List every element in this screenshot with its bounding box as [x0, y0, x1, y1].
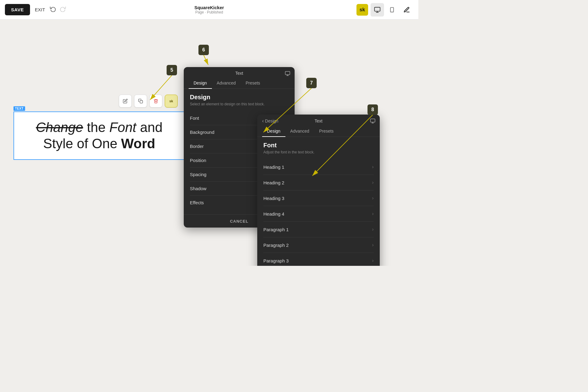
chevron-right-icon: › [372, 258, 374, 263]
text-line1: Change the Font and [23, 119, 176, 136]
font-item-paragraph1[interactable]: Paragraph 1 › [263, 222, 374, 237]
font-item-heading3[interactable]: Heading 3 › [263, 190, 374, 206]
canvas: sk TEXT Change the Font and Style of One… [0, 20, 418, 266]
svg-rect-6 [285, 71, 290, 75]
mobile-view-button[interactable] [385, 3, 399, 17]
font-item-paragraph2[interactable]: Paragraph 2 › [263, 237, 374, 253]
chevron-right-icon: › [372, 211, 374, 217]
chevron-right-icon: › [372, 180, 374, 185]
back-button[interactable]: ‹ Design [262, 118, 278, 124]
undo-redo-group [50, 6, 66, 13]
page-status: Page · Published [194, 10, 224, 14]
panel1-header: ▼ Text [184, 67, 295, 76]
font-item-heading1[interactable]: Heading 1 › [263, 159, 374, 175]
svg-rect-0 [375, 7, 380, 11]
panel2-body: Font Adjust the font in the text block. … [257, 137, 380, 266]
panel1-monitor-icon [285, 71, 290, 77]
panel2-tabs: Design Advanced Presets [257, 124, 380, 137]
topbar: SAVE EXIT SquareKicker Page · Published … [0, 0, 418, 20]
panel2-section-subtitle: Adjust the font in the text block. [263, 150, 374, 154]
panel2-tab-advanced[interactable]: Advanced [285, 126, 314, 137]
svg-rect-9 [371, 119, 375, 122]
bold-word: Word [121, 136, 155, 151]
tools-button[interactable] [400, 3, 413, 17]
chevron-right-icon: › [372, 227, 374, 232]
panel2-monitor-icon [370, 118, 375, 125]
text-element-label: TEXT [13, 106, 25, 111]
chevron-right-icon: › [372, 164, 374, 170]
step-badge-7: 7 [306, 78, 317, 88]
text-block[interactable]: Change the Font and Style of One Word [13, 111, 185, 160]
chevron-right-icon: › [372, 242, 374, 248]
desktop-view-button[interactable] [371, 3, 384, 17]
panel2-tab-design[interactable]: Design [262, 126, 285, 137]
panel1-section-title: Design [190, 94, 288, 101]
italic-word: Font [109, 120, 136, 135]
step-badge-5: 5 [167, 65, 177, 75]
save-button[interactable]: SAVE [5, 4, 30, 15]
step-badge-8: 8 [368, 104, 378, 115]
step-badge-6: 6 [198, 45, 209, 55]
panel1-arrow-indicator: ▼ [236, 67, 242, 69]
panel1-tabs: Design Advanced Presets [184, 76, 295, 89]
exit-button[interactable]: EXIT [35, 7, 45, 12]
panel2-title: Text [315, 119, 322, 123]
panel1-tab-design[interactable]: Design [189, 78, 212, 89]
panel2-section-title: Font [263, 142, 374, 149]
topbar-right: sk [356, 3, 413, 17]
sk-logo: sk [356, 4, 368, 16]
cancel-button[interactable]: CANCEL [230, 219, 248, 224]
chevron-right-icon: › [372, 195, 374, 201]
font-item-paragraph3[interactable]: Paragraph 3 › [263, 253, 374, 266]
topbar-center: SquareKicker Page · Published [194, 5, 224, 14]
strikethrough-word: Change [36, 120, 83, 135]
svg-line-14 [204, 55, 208, 65]
font-panel: ‹ Design Text Design Advanced Presets Fo… [257, 115, 380, 266]
font-item-heading2[interactable]: Heading 2 › [263, 175, 374, 190]
undo-button[interactable] [50, 6, 56, 13]
app-name: SquareKicker [194, 5, 224, 10]
panel2-header-nav: ‹ Design Text [257, 115, 380, 124]
panel1-title: Text [235, 71, 243, 76]
svg-rect-5 [140, 100, 143, 103]
text-block-wrapper: TEXT Change the Font and Style of One Wo… [13, 105, 185, 160]
panel2-tab-presets[interactable]: Presets [314, 126, 338, 137]
panel1-tab-advanced[interactable]: Advanced [212, 78, 241, 89]
panel1-section-subtitle: Select an element to design on this text… [190, 102, 288, 106]
text-line2: Style of One Word [23, 136, 176, 152]
redo-button[interactable] [60, 6, 66, 13]
panel1-tab-presets[interactable]: Presets [241, 78, 265, 89]
font-item-heading4[interactable]: Heading 4 › [263, 206, 374, 222]
